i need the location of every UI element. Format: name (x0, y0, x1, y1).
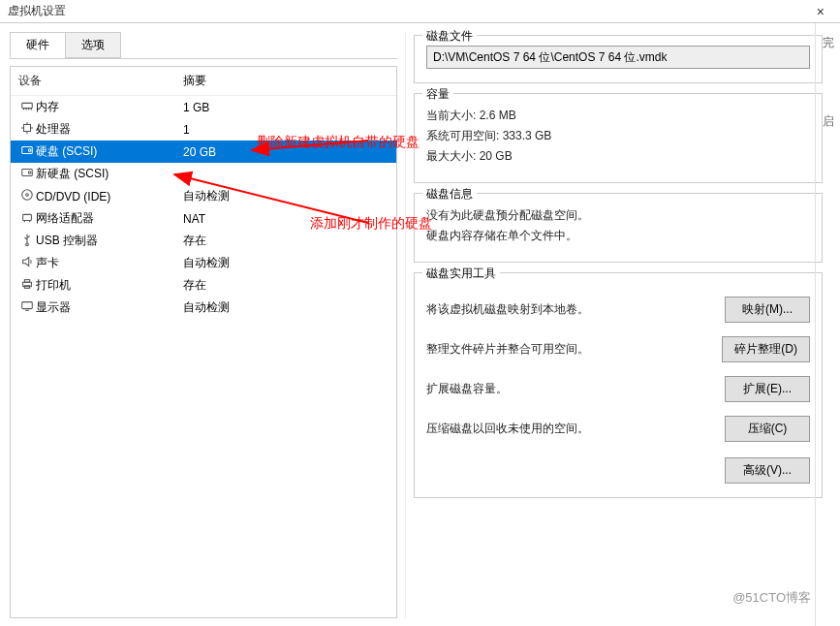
device-row-sound[interactable]: 声卡 自动检测 (11, 252, 396, 274)
map-desc: 将该虚拟机磁盘映射到本地卷。 (426, 301, 725, 318)
single-file: 硬盘内容存储在单个文件中。 (426, 228, 810, 244)
device-row-network[interactable]: 网络适配器 NAT (11, 207, 396, 230)
strip-tab-2[interactable]: 启 (816, 102, 840, 141)
device-summary: 自动检测 (183, 255, 389, 271)
cd-icon (18, 188, 36, 204)
device-summary: 自动检测 (183, 299, 389, 316)
device-label: 新硬盘 (SCSI) (36, 166, 183, 182)
device-label: USB 控制器 (36, 233, 183, 249)
device-summary: 存在 (183, 277, 389, 294)
svg-rect-16 (23, 214, 32, 220)
window-title: 虚拟机设置 (8, 3, 809, 19)
right-strip: 完 启 (815, 23, 840, 626)
svg-rect-0 (22, 103, 33, 108)
device-row-newdisk[interactable]: 新硬盘 (SCSI) (11, 163, 396, 185)
device-summary: 1 GB (183, 101, 389, 114)
defrag-desc: 整理文件碎片并整合可用空间。 (426, 341, 722, 358)
tools-title: 磁盘实用工具 (422, 266, 500, 282)
expand-desc: 扩展磁盘容量。 (426, 381, 725, 397)
memory-icon (18, 99, 36, 115)
capacity-title: 容量 (422, 86, 453, 103)
svg-rect-24 (24, 280, 29, 283)
device-label: 打印机 (36, 277, 183, 294)
usb-icon (18, 233, 36, 249)
svg-rect-26 (22, 302, 33, 309)
svg-point-15 (26, 194, 29, 197)
device-summary: 自动检测 (183, 188, 389, 204)
compact-desc: 压缩磁盘以回收未使用的空间。 (426, 421, 725, 437)
device-row-disk[interactable]: 硬盘 (SCSI) 20 GB (11, 141, 396, 163)
device-label: 内存 (36, 99, 183, 115)
device-row-cpu[interactable]: 处理器 1 (11, 118, 396, 141)
device-row-memory[interactable]: 内存 1 GB (11, 96, 396, 118)
col-device-header: 设备 (18, 73, 183, 89)
col-summary-header: 摘要 (183, 73, 389, 89)
sound-icon (18, 255, 36, 271)
tab-hardware[interactable]: 硬件 (10, 32, 66, 58)
current-size: 当前大小: 2.6 MB (426, 108, 810, 124)
disk-icon (18, 143, 36, 160)
strip-tab-1[interactable]: 完 (816, 23, 840, 63)
advanced-button[interactable]: 高级(V)... (725, 457, 810, 484)
svg-rect-5 (24, 125, 31, 132)
disk-icon (18, 166, 36, 182)
printer-icon (18, 277, 36, 294)
device-label: 网络适配器 (36, 210, 183, 227)
svg-point-20 (26, 243, 29, 246)
device-row-printer[interactable]: 打印机 存在 (11, 274, 396, 297)
disk-file-title: 磁盘文件 (422, 28, 477, 45)
cpu-icon (18, 121, 36, 138)
device-row-usb[interactable]: USB 控制器 存在 (11, 230, 396, 252)
max-size: 最大大小: 20 GB (426, 148, 810, 165)
system-avail: 系统可用空间: 333.3 GB (426, 128, 810, 144)
device-label: 显示器 (36, 299, 183, 316)
device-label: 硬盘 (SCSI) (36, 143, 183, 160)
svg-point-14 (22, 190, 33, 201)
device-label: 声卡 (36, 255, 183, 271)
expand-button[interactable]: 扩展(E)... (725, 376, 810, 402)
tabs: 硬件 选项 (10, 32, 397, 59)
defrag-button[interactable]: 碎片整理(D) (722, 336, 810, 362)
device-summary: NAT (183, 212, 389, 226)
tab-options[interactable]: 选项 (65, 32, 121, 58)
close-icon[interactable]: × (809, 4, 832, 19)
svg-point-11 (28, 149, 31, 152)
compact-button[interactable]: 压缩(C) (725, 416, 810, 442)
device-row-cddvd[interactable]: CD/DVD (IDE) 自动检测 (11, 185, 396, 207)
device-list: 设备 摘要 内存 1 GB 处理器 1 硬盘 (SCSI) 20 GB 新硬盘 … (10, 66, 397, 618)
display-icon (18, 299, 36, 316)
device-summary: 20 GB (183, 145, 389, 159)
device-label: CD/DVD (IDE) (36, 190, 183, 203)
device-label: 处理器 (36, 121, 183, 138)
svg-point-13 (28, 172, 31, 174)
device-summary: 存在 (183, 233, 389, 249)
no-prealloc: 没有为此硬盘预分配磁盘空间。 (426, 207, 810, 224)
disk-info-title: 磁盘信息 (422, 186, 477, 203)
device-row-display[interactable]: 显示器 自动检测 (11, 297, 396, 319)
disk-file-path[interactable] (426, 46, 810, 69)
network-icon (18, 210, 36, 227)
device-summary: 1 (183, 123, 389, 137)
map-button[interactable]: 映射(M)... (725, 297, 810, 323)
